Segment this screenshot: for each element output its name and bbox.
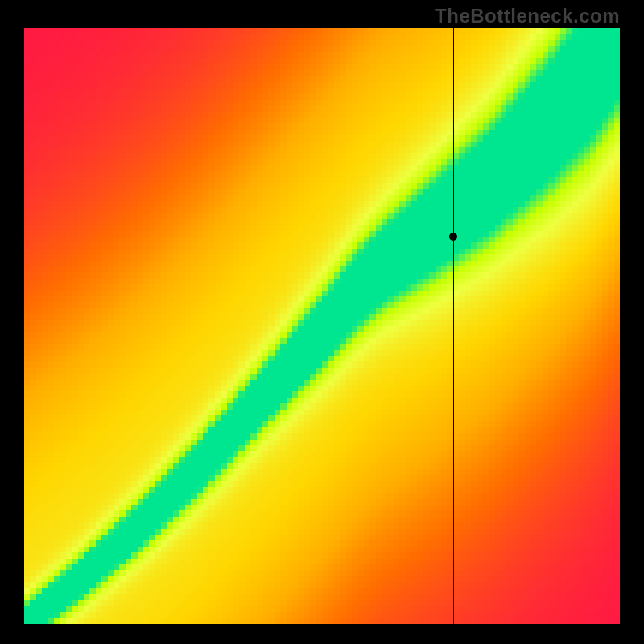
data-point-marker <box>449 233 457 241</box>
chart-frame: TheBottleneck.com <box>0 0 644 644</box>
crosshair-vertical <box>453 28 454 624</box>
watermark-text: TheBottleneck.com <box>435 5 620 27</box>
crosshair-horizontal <box>24 237 620 237</box>
heatmap-plot <box>24 28 620 624</box>
heatmap-canvas <box>24 28 620 624</box>
